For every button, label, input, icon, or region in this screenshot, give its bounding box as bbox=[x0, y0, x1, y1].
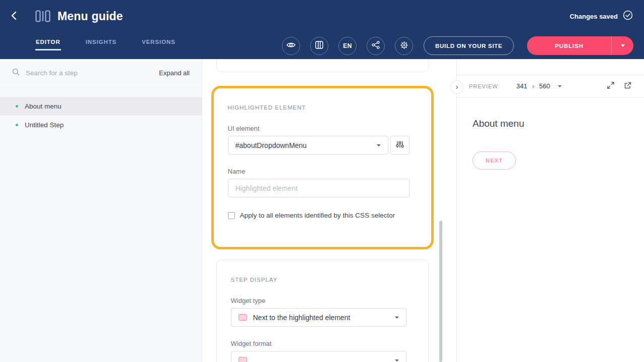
preview-size-dropdown[interactable]: 341 x 560 bbox=[516, 82, 562, 90]
caret-down-icon bbox=[621, 44, 625, 47]
ui-element-value: #aboutDropdownMenu bbox=[236, 141, 307, 149]
apply-all-checkbox[interactable] bbox=[228, 212, 235, 219]
language-button[interactable]: EN bbox=[338, 37, 357, 55]
preview-panel: › PREVIEW 341 x 560 bbox=[456, 59, 644, 362]
settings-button[interactable] bbox=[395, 37, 413, 55]
back-button[interactable] bbox=[11, 8, 23, 24]
app-header: Menu guide Changes saved EDITOR INSIGHTS… bbox=[0, 0, 644, 59]
collapse-preview-button[interactable]: › bbox=[450, 80, 463, 93]
preview-size-separator: x bbox=[532, 83, 535, 89]
external-link-icon bbox=[624, 81, 632, 91]
publish-button[interactable]: PUBLISH bbox=[527, 36, 611, 55]
preview-title: PREVIEW bbox=[469, 83, 498, 89]
caret-down-icon bbox=[377, 144, 381, 146]
step-list: About menu Untitled Step bbox=[0, 97, 202, 134]
tab-versions[interactable]: VERSIONS bbox=[141, 32, 176, 50]
step-search-input[interactable] bbox=[26, 69, 153, 77]
section-title: STEP DISPLAY bbox=[231, 277, 406, 283]
page-title: Menu guide bbox=[57, 10, 123, 23]
gear-icon bbox=[400, 41, 408, 51]
widget-format-icon bbox=[239, 357, 247, 362]
header-bottom-row: EDITOR INSIGHTS VERSIONS EN bbox=[0, 32, 644, 59]
widget-type-label: Widget type bbox=[231, 297, 406, 304]
preview-next-button[interactable]: NEXT bbox=[473, 151, 516, 170]
header-top-row: Menu guide Changes saved bbox=[0, 0, 644, 32]
language-badge: EN bbox=[343, 42, 352, 49]
highlighted-element-card: HIGHLIGHTED ELEMENT UI element #aboutDro… bbox=[211, 86, 434, 249]
step-search-row: Expand all bbox=[0, 59, 202, 87]
widget-format-label: Widget format bbox=[231, 340, 406, 347]
section-title: HIGHLIGHTED ELEMENT bbox=[228, 105, 409, 111]
step-status-dot bbox=[16, 105, 18, 108]
app-root: Menu guide Changes saved EDITOR INSIGHTS… bbox=[0, 0, 644, 362]
publish-dropdown-button[interactable] bbox=[611, 36, 633, 55]
layout-button[interactable] bbox=[310, 37, 328, 55]
search-icon bbox=[12, 68, 20, 78]
selector-settings-button[interactable] bbox=[390, 136, 409, 154]
preview-step-title: About menu bbox=[473, 117, 628, 130]
highlighted-element-name-input[interactable] bbox=[228, 179, 409, 197]
step-editor-panel: HIGHLIGHTED ELEMENT UI element #aboutDro… bbox=[202, 59, 456, 362]
widget-type-select[interactable]: Next to the highlighted element bbox=[231, 308, 406, 327]
tab-editor[interactable]: EDITOR bbox=[35, 32, 61, 50]
step-status-dot bbox=[16, 124, 18, 126]
ui-element-label: UI element bbox=[228, 125, 409, 132]
chevron-left-icon bbox=[11, 11, 17, 22]
previous-settings-card-partial bbox=[216, 59, 429, 72]
preview-height-value: 560 bbox=[539, 82, 550, 90]
layout-columns-icon bbox=[315, 41, 323, 50]
expand-preview-button[interactable] bbox=[607, 81, 615, 91]
caret-down-icon bbox=[395, 359, 399, 361]
open-in-new-window-button[interactable] bbox=[624, 81, 632, 91]
step-item-untitled-step[interactable]: Untitled Step bbox=[0, 116, 202, 134]
chevron-right-icon: › bbox=[456, 83, 458, 90]
changes-saved-text: Changes saved bbox=[570, 13, 618, 20]
preview-eye-button[interactable] bbox=[282, 37, 300, 55]
content-area: Expand all About menu Untitled Step bbox=[0, 59, 644, 362]
publish-split-button: PUBLISH bbox=[527, 36, 633, 55]
ui-element-select[interactable]: #aboutDropdownMenu bbox=[228, 136, 388, 154]
apply-all-label: Apply to all elements identified by this… bbox=[240, 212, 395, 219]
step-display-card: STEP DISPLAY Widget type Next to the hig… bbox=[216, 260, 429, 362]
step-label: About menu bbox=[25, 102, 62, 110]
caret-down-icon bbox=[395, 317, 399, 319]
widget-format-select[interactable] bbox=[231, 351, 406, 362]
editor-scroll-area: HIGHLIGHTED ELEMENT UI element #aboutDro… bbox=[202, 59, 456, 355]
step-label: Untitled Step bbox=[25, 121, 64, 129]
expand-arrows-icon bbox=[607, 81, 615, 91]
widget-type-value: Next to the highlighted element bbox=[253, 314, 350, 322]
tab-insights[interactable]: INSIGHTS bbox=[85, 32, 118, 50]
step-item-about-menu[interactable]: About menu bbox=[0, 97, 202, 116]
app-logo-icon bbox=[35, 10, 50, 22]
name-label: Name bbox=[228, 168, 409, 175]
preview-width-value: 341 bbox=[516, 82, 528, 90]
editor-scrollbar[interactable] bbox=[439, 221, 442, 362]
caret-down-icon bbox=[558, 85, 562, 87]
main-tabs: EDITOR INSIGHTS VERSIONS bbox=[35, 32, 176, 59]
share-button[interactable] bbox=[367, 37, 385, 55]
widget-type-icon bbox=[239, 314, 247, 321]
steps-sidebar: Expand all About menu Untitled Step bbox=[0, 59, 202, 362]
editor-cards-column: HIGHLIGHTED ELEMENT UI element #aboutDro… bbox=[216, 59, 429, 362]
header-toolbar: EN BUILD ON YOUR SITE PUBLISH bbox=[282, 32, 633, 59]
tune-sliders-icon bbox=[396, 140, 404, 150]
save-status: Changes saved bbox=[570, 10, 633, 22]
expand-all-button[interactable]: Expand all bbox=[159, 69, 190, 77]
eye-icon bbox=[286, 41, 296, 50]
preview-content: About menu NEXT bbox=[457, 97, 644, 170]
share-icon bbox=[372, 41, 380, 50]
check-circle-icon bbox=[623, 10, 633, 22]
build-on-your-site-button[interactable]: BUILD ON YOUR SITE bbox=[424, 36, 514, 55]
preview-actions bbox=[607, 81, 632, 91]
preview-header: PREVIEW 341 x 560 bbox=[457, 75, 644, 97]
